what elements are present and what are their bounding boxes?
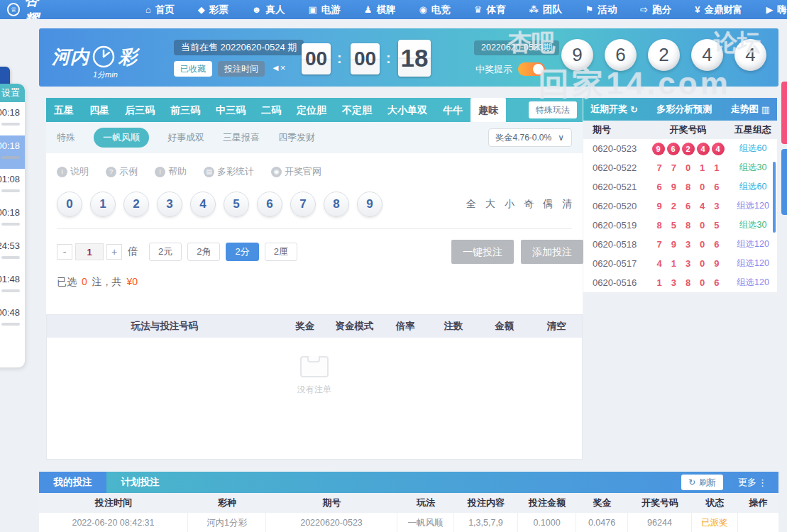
sidebar-lottery-item[interactable]: 24:53 xyxy=(0,235,25,269)
nav-item-lottery[interactable]: ◆彩票 xyxy=(198,4,229,16)
combo-link[interactable]: 组选120 xyxy=(729,238,777,250)
cart-clear-button[interactable]: 清空 xyxy=(531,320,582,333)
tab-plan-bets[interactable]: 计划投注 xyxy=(106,472,174,493)
pick-number-7[interactable]: 7 xyxy=(290,192,316,217)
combo-link[interactable]: 组选60 xyxy=(729,181,777,193)
sidebar-lottery-item-active[interactable]: 00:18 xyxy=(0,135,25,169)
multiplier-minus-button[interactable]: - xyxy=(57,244,72,260)
tab-daxiaodanshuang[interactable]: 大小单双 xyxy=(380,98,435,122)
tab-dingweidan[interactable]: 定位胆 xyxy=(289,98,334,122)
help-link-guanwang[interactable]: ◉开奖官网 xyxy=(271,165,321,178)
tab-budingdan[interactable]: 不定胆 xyxy=(334,98,380,122)
quick-select-small[interactable]: 小 xyxy=(505,198,514,211)
pick-number-4[interactable]: 4 xyxy=(190,192,216,217)
quick-select-even[interactable]: 偶 xyxy=(543,198,553,211)
prize-dropdown[interactable]: 奖金4.76-0.0% ∨ xyxy=(488,128,573,147)
pick-number-6[interactable]: 6 xyxy=(257,192,282,217)
tab-zhongsanma[interactable]: 中三码 xyxy=(208,98,253,122)
special-play-button[interactable]: 特殊玩法 xyxy=(529,101,577,118)
nav-item-live[interactable]: ☻真人 xyxy=(252,4,285,16)
help-link-shuoming[interactable]: i说明 xyxy=(57,165,89,178)
sidebar-settings-button[interactable]: 设置 xyxy=(0,84,25,102)
pick-number-3[interactable]: 3 xyxy=(157,192,182,217)
quick-select-odd[interactable]: 奇 xyxy=(524,198,534,211)
panel-scrollbar-thumb[interactable] xyxy=(773,162,776,233)
subtab-teshu[interactable]: 特殊 xyxy=(57,131,75,144)
sidebar-lottery-item[interactable]: 01:08 xyxy=(0,169,25,202)
nav-item-activity[interactable]: ⚑活动 xyxy=(585,4,617,16)
tab-my-bets-active[interactable]: 我的投注 xyxy=(39,472,106,493)
subtab-yifanfengshun-active[interactable]: 一帆风顺 xyxy=(94,128,149,148)
nav-item-home[interactable]: ⌂首页 xyxy=(145,4,175,16)
pick-number-9[interactable]: 9 xyxy=(357,192,383,217)
nav-item-wealth[interactable]: ¥金鼎财富 xyxy=(695,4,742,16)
floating-widget-pink[interactable] xyxy=(781,82,787,144)
nav-item-sports[interactable]: ♛体育 xyxy=(474,4,506,16)
nav-item-hi[interactable]: ▶嗨 xyxy=(766,4,787,16)
combo-link[interactable]: 组选60 xyxy=(729,143,777,155)
pick-number-8[interactable]: 8 xyxy=(324,192,349,217)
win-tip-toggle[interactable] xyxy=(518,62,545,76)
nav-item-paofen[interactable]: ⇨跑分 xyxy=(640,4,671,16)
sidebar-lottery-item[interactable]: 01:48 xyxy=(0,269,25,302)
combo-link[interactable]: 组选120 xyxy=(729,277,777,289)
quick-bet-button[interactable]: 一键投注 xyxy=(451,240,514,264)
floating-widget-blue[interactable] xyxy=(781,149,787,215)
quick-select-all[interactable]: 全 xyxy=(466,198,476,211)
nav-label: 真人 xyxy=(265,4,285,16)
nav-item-team[interactable]: ⁂团队 xyxy=(529,4,561,16)
quick-select-clear[interactable]: 清 xyxy=(562,198,572,211)
unit-yuan-button[interactable]: 2元 xyxy=(149,243,182,261)
nav-item-chess[interactable]: ♟棋牌 xyxy=(364,4,396,16)
more-button[interactable]: 更多 ⋮ xyxy=(738,476,767,489)
bet-time-button[interactable]: 投注时间 xyxy=(218,61,265,77)
subtab-sijifacai[interactable]: 四季发财 xyxy=(278,131,315,144)
multiplier-plus-button[interactable]: + xyxy=(106,244,122,260)
col-amount: 投注金额 xyxy=(518,497,576,509)
sidebar-lottery-item[interactable]: 00:18 xyxy=(0,202,25,235)
tab-erma[interactable]: 二码 xyxy=(253,98,289,122)
cart-col-multiplier: 倍率 xyxy=(381,320,429,333)
tab-niuniu[interactable]: 牛牛 xyxy=(435,98,470,122)
combo-link[interactable]: 组选120 xyxy=(729,257,777,270)
help-link-tongji[interactable]: ▤多彩统计 xyxy=(204,165,254,178)
help-link-shili[interactable]: ?示例 xyxy=(106,165,138,178)
brand-logo[interactable]: ♕ 杏耀 xyxy=(7,0,55,19)
sidebar-lottery-item[interactable]: 00:48 xyxy=(0,302,25,336)
tab-housanma[interactable]: 后三码 xyxy=(117,98,163,122)
pick-number-5[interactable]: 5 xyxy=(224,192,249,217)
unit-fen-button-active[interactable]: 2分 xyxy=(226,243,258,261)
result-ball: 6 xyxy=(667,143,680,155)
tab-recent-draws[interactable]: 近期开奖↻ xyxy=(590,103,638,116)
mute-icon[interactable]: ◄× xyxy=(271,62,285,73)
quick-select-row: 全 大 小 奇 偶 清 xyxy=(466,198,572,211)
pick-number-0[interactable]: 0 xyxy=(57,192,82,217)
nav-label: 体育 xyxy=(486,4,505,16)
tab-qiansanma[interactable]: 前三码 xyxy=(163,98,208,122)
combo-link[interactable]: 组选30 xyxy=(729,162,777,174)
tab-trend-chart[interactable]: 走势图▥ xyxy=(731,103,770,116)
subtab-sanxingbaoxi[interactable]: 三星报喜 xyxy=(223,131,260,144)
subtab-haoshichengshuang[interactable]: 好事成双 xyxy=(167,131,204,144)
tab-analysis-forecast[interactable]: 多彩分析预测 xyxy=(656,103,712,116)
help-link-bangzhu[interactable]: !帮助 xyxy=(155,165,187,178)
sidebar-lottery-item[interactable]: 00:18 xyxy=(0,102,25,135)
combo-link[interactable]: 组选30 xyxy=(729,219,777,231)
quick-select-big[interactable]: 大 xyxy=(485,198,495,211)
unit-jiao-button[interactable]: 2角 xyxy=(187,243,220,261)
unit-li-button[interactable]: 2厘 xyxy=(265,243,297,261)
tab-wuxing[interactable]: 五星 xyxy=(46,98,82,122)
refresh-icon: ↻ xyxy=(688,475,695,490)
cart-empty-state: 没有注单 xyxy=(47,356,582,396)
nav-item-esports[interactable]: ◉电竞 xyxy=(419,4,450,16)
tab-sixing[interactable]: 四星 xyxy=(82,98,117,122)
pick-number-1[interactable]: 1 xyxy=(90,192,116,217)
combo-link[interactable]: 组选120 xyxy=(729,200,777,212)
favorited-button[interactable]: 已收藏 xyxy=(174,61,212,77)
nav-item-egames[interactable]: ▣电游 xyxy=(308,4,340,16)
add-bet-button[interactable]: 添加投注 xyxy=(521,240,583,264)
tab-quwei-active[interactable]: 趣味 xyxy=(470,98,506,122)
multiplier-input[interactable] xyxy=(75,243,104,260)
refresh-button[interactable]: ↻ 刷新 xyxy=(681,475,723,490)
pick-number-2[interactable]: 2 xyxy=(123,192,149,217)
